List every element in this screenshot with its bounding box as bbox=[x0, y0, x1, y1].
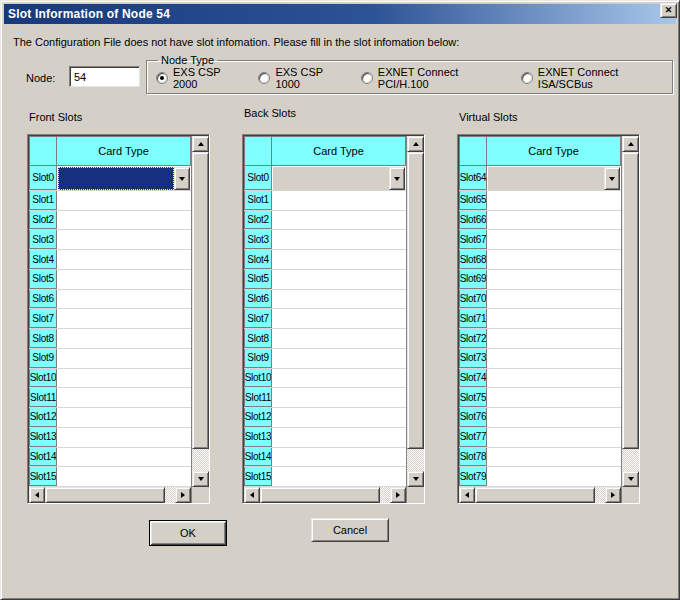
card-type-cell[interactable] bbox=[272, 250, 406, 269]
card-type-cell[interactable] bbox=[487, 211, 621, 230]
scroll-up-button[interactable] bbox=[622, 136, 639, 152]
card-type-cell[interactable] bbox=[272, 270, 406, 289]
radio-exnet-connect-isa[interactable]: EXNET Connect ISA/SCBus bbox=[521, 66, 672, 90]
card-type-cell[interactable] bbox=[487, 270, 621, 289]
card-type-cell[interactable] bbox=[272, 329, 406, 348]
close-button[interactable]: ✕ bbox=[660, 3, 677, 18]
horizontal-scrollbar[interactable] bbox=[29, 487, 191, 503]
card-type-cell[interactable] bbox=[272, 191, 406, 210]
card-type-cell[interactable] bbox=[487, 369, 621, 388]
card-type-cell[interactable] bbox=[57, 166, 191, 190]
combobox-dropdown-button[interactable] bbox=[389, 167, 405, 190]
cancel-button[interactable]: Cancel bbox=[311, 518, 389, 542]
vertical-scroll-track[interactable] bbox=[192, 449, 209, 471]
card-type-cell[interactable] bbox=[272, 211, 406, 230]
card-type-cell[interactable] bbox=[487, 250, 621, 269]
vertical-scroll-thumb[interactable] bbox=[192, 152, 209, 449]
vertical-scroll-track[interactable] bbox=[622, 449, 639, 471]
card-type-cell[interactable] bbox=[487, 166, 621, 190]
combobox-value[interactable] bbox=[58, 167, 174, 190]
card-type-combobox[interactable] bbox=[488, 167, 620, 190]
radio-exs-csp-1000[interactable]: EXS CSP 1000 bbox=[258, 66, 347, 90]
horizontal-scrollbar[interactable] bbox=[459, 487, 621, 503]
card-type-cell[interactable] bbox=[57, 408, 191, 427]
card-type-cell[interactable] bbox=[487, 408, 621, 427]
card-type-cell[interactable] bbox=[487, 388, 621, 407]
radio-exnet-connect-pci[interactable]: EXNET Connect PCI/H.100 bbox=[361, 66, 508, 90]
ok-button[interactable]: OK bbox=[149, 520, 227, 546]
card-type-cell[interactable] bbox=[487, 230, 621, 249]
horizontal-scroll-track[interactable] bbox=[475, 487, 605, 503]
card-type-cell[interactable] bbox=[487, 309, 621, 328]
radio-button-icon bbox=[156, 72, 168, 84]
card-type-cell[interactable] bbox=[57, 428, 191, 447]
card-type-cell[interactable] bbox=[487, 428, 621, 447]
horizontal-scroll-thumb[interactable] bbox=[260, 487, 380, 503]
scroll-up-button[interactable] bbox=[192, 136, 209, 152]
card-type-cell[interactable] bbox=[57, 290, 191, 309]
vertical-scrollbar[interactable] bbox=[622, 136, 639, 503]
scroll-right-button[interactable] bbox=[175, 487, 191, 503]
node-input[interactable] bbox=[69, 66, 140, 87]
vertical-scrollbar[interactable] bbox=[192, 136, 209, 503]
scroll-left-button[interactable] bbox=[29, 487, 45, 503]
vertical-scroll-thumb[interactable] bbox=[622, 152, 639, 449]
card-type-cell[interactable] bbox=[487, 448, 621, 467]
card-type-cell[interactable] bbox=[272, 388, 406, 407]
card-type-cell[interactable] bbox=[487, 467, 621, 486]
card-type-combobox[interactable] bbox=[273, 167, 405, 190]
horizontal-scroll-track[interactable] bbox=[260, 487, 390, 503]
card-type-cell[interactable] bbox=[57, 349, 191, 368]
scroll-down-button[interactable] bbox=[622, 471, 639, 487]
combobox-value[interactable] bbox=[273, 167, 389, 190]
scroll-left-button[interactable] bbox=[459, 487, 475, 503]
scroll-down-button[interactable] bbox=[407, 471, 424, 487]
card-type-cell[interactable] bbox=[57, 250, 191, 269]
card-type-cell[interactable] bbox=[272, 467, 406, 486]
scroll-right-button[interactable] bbox=[390, 487, 406, 503]
horizontal-scroll-track[interactable] bbox=[45, 487, 175, 503]
vertical-scroll-track[interactable] bbox=[407, 449, 424, 471]
combobox-dropdown-button[interactable] bbox=[174, 167, 190, 190]
card-type-cell[interactable] bbox=[487, 191, 621, 210]
card-type-cell[interactable] bbox=[57, 211, 191, 230]
slot-label: Slot73 bbox=[459, 349, 487, 368]
card-type-cell[interactable] bbox=[272, 408, 406, 427]
combobox-dropdown-button[interactable] bbox=[604, 167, 620, 190]
radio-button-icon bbox=[521, 72, 533, 84]
card-type-cell[interactable] bbox=[57, 448, 191, 467]
card-type-cell[interactable] bbox=[272, 309, 406, 328]
card-type-combobox[interactable] bbox=[58, 167, 190, 190]
card-type-cell[interactable] bbox=[57, 467, 191, 486]
vertical-scrollbar[interactable] bbox=[407, 136, 424, 503]
card-type-cell[interactable] bbox=[272, 230, 406, 249]
slot-row: Slot79 bbox=[459, 467, 621, 487]
combobox-value[interactable] bbox=[488, 167, 604, 190]
horizontal-scroll-thumb[interactable] bbox=[45, 487, 165, 503]
horizontal-scroll-thumb[interactable] bbox=[475, 487, 595, 503]
vertical-scroll-thumb[interactable] bbox=[407, 152, 424, 449]
card-type-cell[interactable] bbox=[57, 388, 191, 407]
card-type-cell[interactable] bbox=[487, 349, 621, 368]
slot-label: Slot68 bbox=[459, 250, 487, 269]
card-type-cell[interactable] bbox=[487, 290, 621, 309]
card-type-cell[interactable] bbox=[57, 309, 191, 328]
radio-exs-csp-2000[interactable]: EXS CSP 2000 bbox=[156, 66, 245, 90]
card-type-cell[interactable] bbox=[57, 230, 191, 249]
card-type-cell[interactable] bbox=[57, 191, 191, 210]
card-type-cell[interactable] bbox=[272, 428, 406, 447]
card-type-cell[interactable] bbox=[57, 369, 191, 388]
card-type-cell[interactable] bbox=[272, 369, 406, 388]
scroll-right-button[interactable] bbox=[605, 487, 621, 503]
scroll-down-button[interactable] bbox=[192, 471, 209, 487]
scroll-left-button[interactable] bbox=[244, 487, 260, 503]
card-type-cell[interactable] bbox=[57, 270, 191, 289]
card-type-cell[interactable] bbox=[272, 166, 406, 190]
card-type-cell[interactable] bbox=[487, 329, 621, 348]
horizontal-scrollbar[interactable] bbox=[244, 487, 406, 503]
card-type-cell[interactable] bbox=[272, 290, 406, 309]
card-type-cell[interactable] bbox=[272, 448, 406, 467]
card-type-cell[interactable] bbox=[272, 349, 406, 368]
scroll-up-button[interactable] bbox=[407, 136, 424, 152]
card-type-cell[interactable] bbox=[57, 329, 191, 348]
